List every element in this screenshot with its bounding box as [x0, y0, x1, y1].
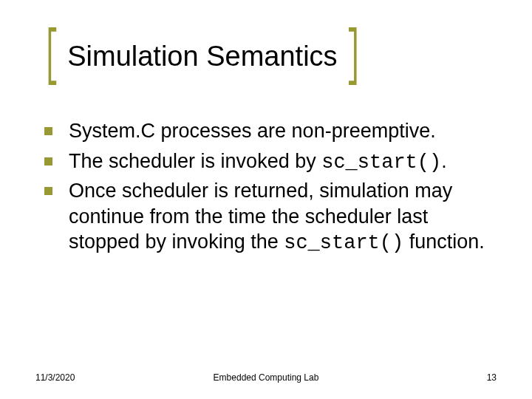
bullet-text: The scheduler is invoked by sc_start().: [69, 149, 447, 176]
bracket-right-icon: ]: [344, 26, 362, 87]
bullet-text: Once scheduler is returned, simulation m…: [69, 178, 497, 256]
bullet-text: System.C processes are non-preemptive.: [69, 118, 436, 146]
bullet-post: function.: [403, 231, 485, 253]
bullet-pre: System.C processes are non-preemptive.: [69, 120, 436, 142]
bullet-pre: The scheduler is invoked by: [69, 150, 321, 172]
bracket-left-icon: [: [43, 26, 61, 87]
list-item: System.C processes are non-preemptive.: [44, 118, 497, 146]
slide: [ Simulation Semantics ] System.C proces…: [0, 0, 532, 399]
footer-date: 11/3/2020: [35, 372, 75, 383]
slide-body: System.C processes are non-preemptive. T…: [35, 118, 497, 256]
bullet-icon: [44, 127, 52, 135]
list-item: Once scheduler is returned, simulation m…: [44, 178, 497, 256]
bullet-icon: [44, 157, 52, 166]
list-item: The scheduler is invoked by sc_start().: [44, 149, 497, 176]
bullet-post: .: [441, 150, 447, 172]
bullet-code: sc_start(): [284, 232, 403, 254]
bullet-icon: [44, 187, 52, 195]
footer-center: Embedded Computing Lab: [35, 372, 497, 383]
bullet-list: System.C processes are non-preemptive. T…: [44, 118, 497, 256]
bullet-code: sc_start(): [321, 151, 441, 174]
title-wrap: [ Simulation Semantics ]: [35, 30, 497, 83]
footer: 11/3/2020 Embedded Computing Lab 13: [35, 372, 497, 383]
footer-page: 13: [487, 372, 497, 383]
slide-title: Simulation Semantics: [63, 41, 341, 72]
